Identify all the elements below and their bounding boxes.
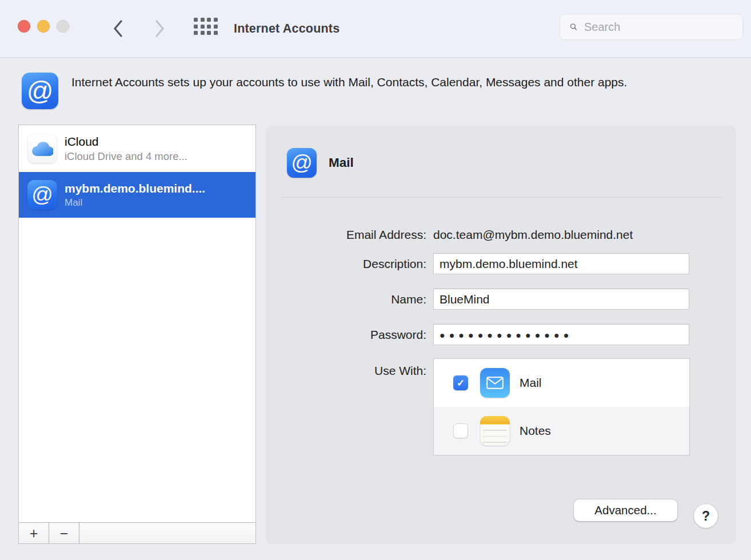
name-label: Name: — [266, 289, 426, 310]
add-account-button[interactable]: + — [19, 522, 49, 543]
account-item-icloud[interactable]: iCloud iCloud Drive and 4 more... — [19, 125, 255, 172]
at-glyph: @ — [291, 151, 313, 175]
forward-button[interactable] — [149, 15, 170, 42]
at-glyph: @ — [27, 75, 54, 106]
help-button[interactable]: ? — [694, 504, 718, 528]
name-input[interactable] — [433, 289, 689, 310]
accounts-list-toolbar: + − — [19, 522, 255, 543]
back-button[interactable] — [107, 15, 128, 42]
at-glyph: @ — [31, 183, 53, 207]
mail-app-icon — [480, 368, 510, 398]
account-detail-panel: @ Mail Email Address: doc.team@mybm.demo… — [266, 126, 736, 544]
use-with-notes-label: Notes — [520, 424, 551, 438]
remove-account-button[interactable]: − — [49, 522, 79, 543]
account-subtitle: Mail — [65, 197, 205, 209]
intro-text: Internet Accounts sets up your accounts … — [71, 73, 669, 91]
account-subtitle: iCloud Drive and 4 more... — [65, 150, 187, 163]
accounts-list: iCloud iCloud Drive and 4 more... @ mybm… — [18, 125, 256, 544]
header-divider — [281, 197, 722, 198]
use-with-mail-label: Mail — [520, 376, 542, 390]
advanced-button[interactable]: Advanced... — [574, 499, 677, 521]
notes-checkbox[interactable] — [453, 423, 468, 438]
email-address-label: Email Address: — [266, 226, 426, 243]
search-field[interactable] — [560, 14, 743, 40]
chevron-right-icon — [155, 20, 165, 37]
show-all-preferences-button[interactable] — [194, 18, 218, 36]
mail-account-icon: @ — [27, 180, 57, 210]
notes-icon-line — [483, 436, 507, 437]
notes-icon-line — [483, 430, 507, 431]
close-window-button[interactable] — [18, 20, 30, 33]
email-address-value: doc.team@mybm.demo.bluemind.net — [433, 226, 633, 243]
description-label: Description: — [266, 253, 426, 274]
mail-account-icon-large: @ — [287, 148, 317, 178]
use-with-list: ✓ Mail Notes — [433, 358, 690, 455]
description-input[interactable] — [433, 253, 689, 274]
internet-accounts-app-icon: @ — [22, 73, 58, 109]
internet-accounts-window: Internet Accounts @ Internet Accounts se… — [0, 0, 751, 560]
search-icon — [570, 20, 577, 34]
window-title: Internet Accounts — [234, 0, 339, 58]
notes-icon-band — [480, 416, 510, 425]
title-bar: Internet Accounts — [0, 0, 751, 58]
notes-app-icon — [480, 416, 510, 446]
toolbar-filler — [79, 522, 255, 543]
mail-checkbox[interactable]: ✓ — [453, 375, 468, 390]
password-input[interactable] — [433, 324, 689, 345]
account-item-bluemind[interactable]: @ mybm.demo.bluemind.... Mail — [19, 172, 255, 218]
chevron-left-icon — [113, 20, 123, 37]
password-label: Password: — [266, 324, 426, 345]
minimize-window-button[interactable] — [37, 20, 50, 33]
use-with-label: Use With: — [266, 358, 426, 383]
use-with-row-notes: Notes — [434, 407, 689, 455]
account-title: iCloud — [65, 135, 187, 149]
fullscreen-window-button — [57, 20, 69, 33]
checkmark-icon: ✓ — [457, 377, 465, 389]
use-with-row-mail: ✓ Mail — [434, 359, 689, 407]
account-title: mybm.demo.bluemind.... — [65, 182, 205, 195]
search-input[interactable] — [584, 21, 736, 34]
icloud-icon — [27, 134, 57, 163]
account-type-title: Mail — [329, 148, 354, 178]
notes-icon-line — [483, 442, 507, 443]
